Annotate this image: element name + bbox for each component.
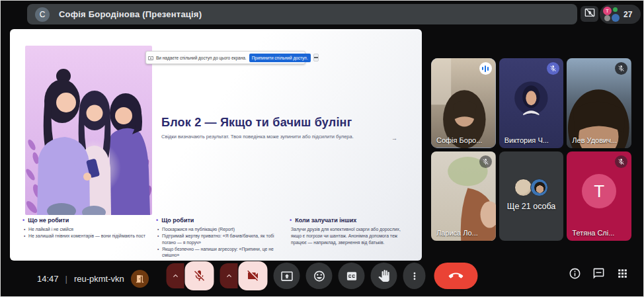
slide-subtitle: Свідки визначають результат. Твоя поведі… [161, 134, 419, 140]
hang-up-button[interactable] [434, 263, 478, 289]
more-options-button[interactable] [403, 263, 426, 289]
stop-sharing-button[interactable]: Припинити спільний доступ. [249, 54, 311, 62]
list-item: Не лайкай і не смійся [28, 226, 147, 233]
reactions-button[interactable] [306, 263, 333, 289]
presenter-avatar: C [35, 7, 50, 22]
clock: 14:47 [37, 274, 59, 284]
panel-controls [569, 267, 629, 282]
cc-icon [345, 270, 358, 282]
tile-sofiia[interactable]: Софія Боро... [431, 58, 496, 148]
letter-avatar: Т [582, 174, 616, 208]
participant-avatars-icon: T [603, 7, 620, 22]
chevron-up-icon [224, 271, 233, 280]
tile-name: Тетяна Слі... [572, 229, 614, 237]
more-people-label: Ще 21 особа [507, 202, 556, 211]
tile-lev[interactable]: Лев Удович... [567, 58, 631, 148]
meeting-room-button[interactable] [131, 270, 149, 288]
slide-illustration [25, 46, 152, 215]
call-controls [167, 261, 478, 290]
column-heading: Що не робити [28, 217, 69, 224]
present-button[interactable] [274, 263, 300, 289]
slide-title: Блок 2 — Якщо ти бачиш булінг [161, 116, 413, 130]
presenter-name: Софія Бородінова (Презентація) [59, 9, 202, 19]
door-icon [135, 274, 145, 284]
slide-columns: •Що не робити Не лайкай і не смійся Не з… [22, 217, 414, 259]
tile-name: Лев Удович... [572, 136, 617, 144]
meeting-info: 14:47 | reu-pkmt-vkn [37, 270, 149, 288]
presentation-slash-icon [584, 7, 595, 21]
participant-count: 27 [624, 10, 632, 19]
info-button[interactable] [569, 267, 581, 282]
tile-name: Лариса Ло... [436, 229, 478, 237]
tile-name: Софія Боро... [436, 136, 482, 144]
meet-window: C Софія Бородінова (Презентація) T 27 [0, 0, 644, 297]
mic-off-icon [479, 155, 492, 168]
column-heading: Що робити [161, 217, 194, 224]
mic-toggle-button[interactable] [185, 261, 214, 290]
mic-off-icon [615, 155, 627, 168]
shared-screen: Ви надаєте спільний доступ до цього екра… [10, 29, 422, 261]
tile-viktoria[interactable]: Виктория Ч... [499, 58, 564, 148]
bullet-dot: • [156, 217, 158, 224]
stop-presentation-button[interactable] [581, 6, 598, 22]
grid-icon [616, 267, 629, 280]
hand-icon [378, 270, 390, 282]
control-bar: 14:47 | reu-pkmt-vkn [1, 259, 643, 296]
column-what-to-do: •Що робити Поскаржися на публікацію (Rep… [156, 217, 280, 259]
more-vert-icon [409, 271, 420, 282]
mic-control-group [167, 261, 214, 290]
column-heading: Коли залучати інших [295, 217, 356, 224]
column-when-to-involve-others: •Коли залучати інших Залучи друзів для к… [290, 217, 414, 259]
separator: | [65, 274, 67, 284]
participant-grid: Софія Боро... Виктория Ч... [431, 58, 631, 241]
activities-button[interactable] [616, 267, 629, 282]
camera-off-icon [247, 269, 260, 282]
presentation-pill[interactable]: C Софія Бородінова (Презентація) [27, 4, 577, 24]
tile-name: Виктория Ч... [504, 136, 549, 144]
list-item: Поскаржися на публікацію (Report) [162, 226, 280, 233]
speaking-indicator-icon [479, 62, 492, 75]
banner-minimize-button[interactable] [313, 54, 319, 62]
smiley-icon [313, 270, 325, 282]
call-end-icon [449, 269, 463, 283]
minimize-icon [314, 57, 318, 58]
meeting-code: reu-pkmt-vkn [74, 274, 124, 284]
camera-toggle-button[interactable] [239, 261, 268, 290]
bullet-dot: • [22, 217, 24, 224]
list-item: Не залишай гнівних коментарів — вони під… [28, 233, 147, 239]
tile-tetiana[interactable]: Т Тетяна Слі... [567, 151, 631, 241]
share-banner-message: Ви надаєте спільний доступ до цього екра… [156, 56, 247, 60]
bullet-dot: • [290, 217, 292, 224]
camera-options-button[interactable] [220, 263, 238, 288]
more-people-avatars [514, 179, 548, 196]
info-icon [569, 267, 581, 280]
mic-off-icon [615, 62, 627, 75]
chevron-up-icon [171, 271, 180, 280]
captions-button[interactable] [339, 263, 365, 289]
camera-control-group [220, 261, 268, 290]
slide-next-arrow: → [391, 135, 397, 142]
avatar [530, 179, 548, 196]
participants-counter[interactable]: T 27 [600, 5, 641, 24]
column-what-not-to-do: •Що не робити Не лайкай і не смійся Не з… [22, 217, 147, 259]
chat-icon [592, 267, 605, 280]
mic-off-icon [193, 269, 206, 282]
raise-hand-button[interactable] [371, 263, 397, 289]
tile-larysa[interactable]: Лариса Ло... [431, 151, 496, 241]
screen-share-banner: Ви надаєте спільний доступ до цього екра… [145, 51, 305, 64]
list-item: Якщо безпечно — напиши агресору: «Припин… [162, 246, 280, 259]
share-download-icon [148, 52, 153, 64]
present-screen-icon [280, 270, 293, 282]
avatar [514, 179, 532, 196]
mic-options-button[interactable] [167, 263, 184, 288]
tile-more-people[interactable]: Ще 21 особа [499, 151, 564, 241]
chat-button[interactable] [592, 267, 605, 282]
column-paragraph: Залучи друзів для колективної скарги або… [290, 226, 409, 246]
list-item: Підтримай жертву приватно: «Я бачив/бачи… [162, 233, 280, 246]
